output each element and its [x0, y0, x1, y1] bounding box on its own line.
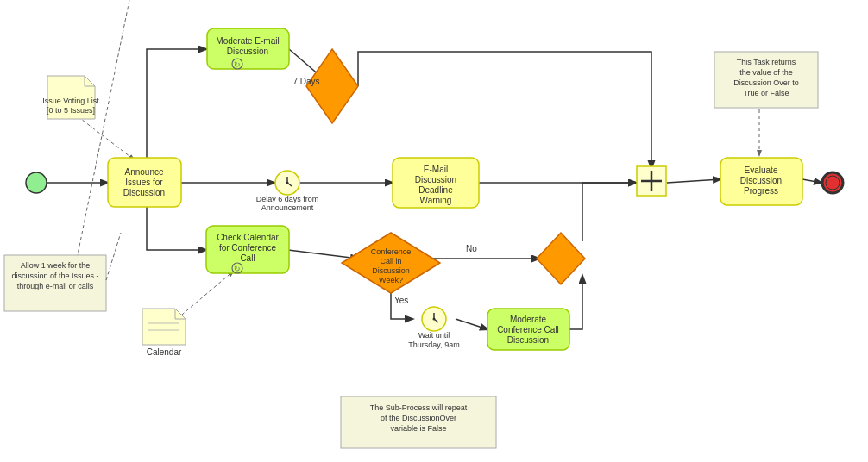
no-label: No: [466, 244, 477, 253]
delay-clock-center: [286, 182, 289, 184]
announce-issues-label3: Discussion: [123, 188, 165, 197]
yes-label: Yes: [394, 296, 408, 305]
evaluate-label1: Evaluate: [745, 165, 778, 175]
issue-voting-label1: Issue Voting List: [42, 97, 99, 105]
start-event: [26, 172, 47, 193]
flow-no-parallel: [582, 183, 636, 241]
announce-issues-label: Announce: [124, 167, 163, 177]
announce-issues-label2: Issues for: [125, 178, 163, 187]
task-returns-text1: This Task returns: [737, 58, 796, 66]
delay-label2: Announcement: [261, 203, 314, 212]
diagram-svg: No Yes Announce Issues for Discussion Mo…: [0, 0, 868, 462]
conf-gw-label3: Discussion: [372, 266, 410, 275]
conf-gw-label1: Conference: [371, 247, 412, 256]
task-returns-text4: True or False: [743, 89, 789, 97]
email-discussion-label2: Discussion: [415, 175, 456, 184]
mod-conf-label2: Conference Call: [497, 325, 559, 334]
email-discussion-label1: E-Mail: [424, 165, 448, 174]
calendar-doc: [142, 309, 186, 345]
mod-conf-label1: Moderate: [510, 315, 547, 324]
bpmn-diagram: No Yes Announce Issues for Discussion Mo…: [0, 0, 868, 462]
moderate-email-label2: Discussion: [227, 47, 268, 56]
flow-announce-moderate-email: [147, 49, 206, 159]
evaluate-label2: Discussion: [740, 176, 782, 185]
check-calendar-label1: Check Calendar: [217, 233, 279, 242]
check-calendar-label3: Call: [240, 253, 255, 263]
delay-label1: Delay 6 days from: [256, 195, 319, 203]
subprocess-text1: The Sub-Process will repeat: [370, 403, 468, 412]
no-gateway: [537, 233, 585, 284]
subprocess-text3: variable is False: [390, 424, 446, 433]
mod-conf-label3: Discussion: [507, 335, 549, 345]
allow-week-text2: discussion of the Issues -: [11, 272, 98, 280]
task-returns-text3: Discussion Over to: [733, 78, 799, 87]
flow-evaluate-end: [802, 179, 821, 183]
wait-clock-center: [433, 318, 436, 321]
flow-7days-parallel: [358, 52, 651, 168]
flow-wait-modconf: [456, 319, 487, 329]
flow-announce-check-calendar: [147, 207, 206, 250]
allow-week-text1: Allow 1 week for the: [21, 261, 91, 270]
task-returns-text2: the value of the: [739, 68, 793, 77]
conf-gw-label2: Call in: [380, 257, 401, 265]
calendar-label: Calendar: [147, 347, 182, 357]
flow-parallel-evaluate: [667, 179, 720, 183]
flow-checkcal-confgw: [288, 250, 358, 259]
wait-label1: Wait until: [418, 331, 450, 340]
dashed-allow-week: [73, 0, 129, 276]
conf-gw-label4: Week?: [379, 276, 403, 284]
end-event-inner: [826, 176, 840, 190]
issue-voting-label2: [0 to 5 Issues]: [47, 106, 95, 115]
check-calendar-loop-arrow: ↻: [234, 265, 241, 273]
dashed-allow-week-line: [106, 233, 121, 280]
dashed-issuevoting: [78, 116, 134, 159]
wait-label2: Thursday, 9am: [408, 340, 459, 349]
moderate-email-label1: Moderate E-mail: [216, 36, 279, 46]
check-calendar-label2: for Conference: [219, 243, 277, 253]
allow-week-text3: through e-mail or calls: [17, 282, 94, 290]
email-discussion-label4: Warning: [420, 196, 452, 205]
email-discussion-label3: Deadline: [418, 185, 453, 195]
dashed-calendar: [177, 272, 233, 319]
evaluate-label3: Progress: [744, 186, 778, 196]
flow-modconf-nodiamond: [569, 276, 582, 329]
moderate-email-loop-arrow: ↻: [234, 60, 241, 69]
seven-days-label: 7 Days: [292, 77, 319, 86]
subprocess-text2: of the DiscussionOver: [381, 414, 456, 422]
seven-days-diamond: [306, 49, 358, 123]
